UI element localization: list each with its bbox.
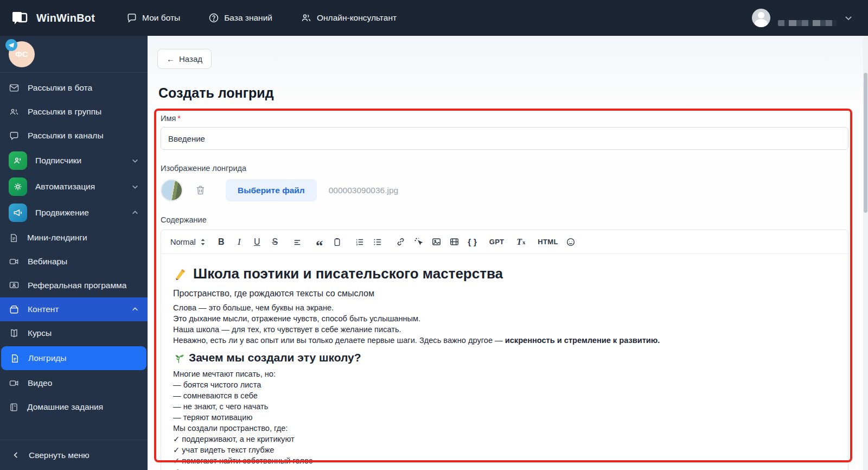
list-item: — сомневаются в себе (173, 390, 836, 401)
brand[interactable]: WinWinBot (11, 9, 95, 27)
people-icon (301, 12, 312, 23)
video-camera-icon (9, 256, 20, 267)
clear-formatting-button[interactable]: Tx (514, 234, 528, 250)
paragraph: Мы создали пространство, где: (173, 423, 836, 434)
editor-toolbar: Normal B I U S (161, 230, 848, 254)
herb-emoji (173, 352, 184, 364)
chat-bubble-icon (126, 12, 137, 23)
gpt-button[interactable]: GPT (488, 234, 506, 250)
sidebar-item-homework[interactable]: Домашние задания (0, 395, 148, 419)
sidebar-item-broadcast-bot[interactable]: Рассылки в бота (0, 76, 148, 100)
paragraph: Наша школа — для тех, кто чувствует в се… (173, 324, 836, 335)
list-item: — теряют мотивацию (173, 412, 836, 423)
sidebar-profile[interactable]: ФС (0, 36, 148, 73)
list-item: ✓ учат видеть текст глубже (173, 444, 836, 455)
paragraph-style-select[interactable]: Normal (169, 234, 207, 250)
strikethrough-button[interactable]: S (268, 234, 282, 250)
sidebar-nav: Рассылки в бота Рассылки в группы Рас (0, 73, 148, 440)
emoji-button[interactable] (564, 234, 578, 250)
select-arrows-icon (200, 238, 206, 246)
speech-bubble-icon (9, 130, 20, 141)
blockquote-button[interactable]: “ (312, 234, 327, 250)
users-icon (9, 106, 20, 117)
delete-image-button[interactable] (195, 185, 206, 196)
paragraph: Это дыхание мысли, отражение чувств, спо… (173, 313, 836, 324)
megaphone-icon (9, 204, 27, 222)
list-item: — не знают, с чего начать (173, 401, 836, 412)
name-input[interactable] (161, 127, 848, 150)
scrollbar-track[interactable] (863, 36, 868, 470)
gear-icon (9, 177, 27, 196)
image-label: Изображение лонгрида (161, 164, 848, 173)
telegram-badge-icon (5, 39, 17, 51)
name-label: Имя* (161, 114, 848, 123)
winwinbot-app: WinWinBot Мои боты Ба (0, 0, 868, 470)
ordered-list-button[interactable] (353, 234, 367, 250)
redacted-bot-name (42, 46, 119, 63)
sidebar-item-webinars[interactable]: Вебинары (0, 250, 148, 274)
choose-file-button[interactable]: Выберите файл (226, 179, 317, 201)
nav-my-bots-label: Мои боты (142, 13, 180, 23)
nav-knowledge-base-label: База знаний (224, 13, 272, 23)
nav-online-consultant-label: Онлайн-консультант (317, 13, 397, 23)
nav-my-bots[interactable]: Мои боты (126, 12, 180, 23)
list-item: ✓ помогают найти собственный голос (173, 455, 836, 466)
video-camera-icon (9, 378, 20, 389)
question-circle-icon (208, 12, 219, 23)
italic-button[interactable]: I (232, 234, 246, 250)
sidebar-item-broadcast-groups[interactable]: Рассылки в группы (0, 100, 148, 124)
sidebar-item-content[interactable]: Контент (0, 297, 148, 321)
rich-text-editor: Normal B I U S (161, 230, 848, 470)
clipboard-button[interactable] (330, 234, 344, 250)
page-title: Создать лонгрид (158, 85, 868, 101)
sidebar-item-referral-program[interactable]: Реферальная программа (0, 274, 148, 297)
bullet-list-button[interactable] (371, 234, 385, 250)
magic-cursor-button[interactable] (412, 234, 426, 250)
arrow-left-icon: ← (167, 54, 175, 63)
list-item: ✓ поддерживают, а не критикуют (173, 434, 836, 444)
nav-online-consultant[interactable]: Онлайн-консультант (301, 12, 397, 23)
sidebar-item-video[interactable]: Видео (0, 371, 148, 395)
video-embed-button[interactable] (448, 234, 462, 250)
sidebar-item-broadcast-channels[interactable]: Рассылки в каналы (0, 124, 148, 148)
back-button[interactable]: ← Назад (157, 49, 212, 69)
sidebar-item-subscribers[interactable]: Подписчики (0, 148, 148, 174)
brand-title: WinWinBot (36, 12, 95, 24)
longread-h1: Школа поэтики и писательского мастерства (173, 265, 836, 282)
top-navbar: WinWinBot Мои боты Ба (0, 0, 868, 36)
top-nav: Мои боты База знаний (126, 12, 397, 23)
chevron-down-icon (131, 183, 139, 190)
image-button[interactable] (430, 234, 444, 250)
subscribers-icon (9, 151, 27, 170)
user-menu[interactable] (752, 9, 853, 27)
bold-button[interactable]: B (214, 234, 228, 250)
align-button[interactable] (290, 234, 304, 250)
sidebar: ФС Рассылки в бота (0, 36, 148, 470)
winwinbot-logo-icon (11, 9, 29, 27)
redacted-user-name (778, 10, 837, 26)
sidebar-item-longreads[interactable]: Лонгриды (1, 346, 146, 370)
link-button[interactable] (394, 234, 408, 250)
trash-icon (195, 185, 206, 196)
code-braces-button[interactable]: { } (465, 234, 480, 250)
image-thumbnail[interactable] (161, 179, 183, 201)
monitor-person-icon (9, 280, 20, 291)
longread-subtitle: Пространство, где рождаются тексты со см… (173, 289, 836, 298)
chevron-down-icon (131, 157, 139, 164)
underline-button[interactable]: U (250, 234, 264, 250)
sidebar-item-courses[interactable]: Курсы (0, 321, 148, 345)
scrollbar-thumb[interactable] (864, 73, 867, 213)
document-icon (9, 233, 19, 243)
bot-avatar: ФС (9, 41, 35, 67)
sidebar-item-promotion[interactable]: Продвижение (0, 200, 148, 226)
open-book-icon (9, 328, 20, 339)
chevron-up-icon (131, 209, 139, 217)
editor-content[interactable]: Школа поэтики и писательского мастерства… (161, 254, 848, 470)
sidebar-item-mini-landings[interactable]: Мини-лендинги (0, 226, 148, 250)
collapse-menu-button[interactable]: Свернуть меню (0, 440, 148, 470)
notebook-icon (9, 402, 19, 412)
sidebar-item-automation[interactable]: Автоматизация (0, 174, 148, 200)
html-button[interactable]: HTML (536, 234, 559, 250)
paragraph: Неважно, есть ли у вас опыт или вы тольк… (173, 335, 836, 346)
nav-knowledge-base[interactable]: База знаний (208, 12, 272, 23)
